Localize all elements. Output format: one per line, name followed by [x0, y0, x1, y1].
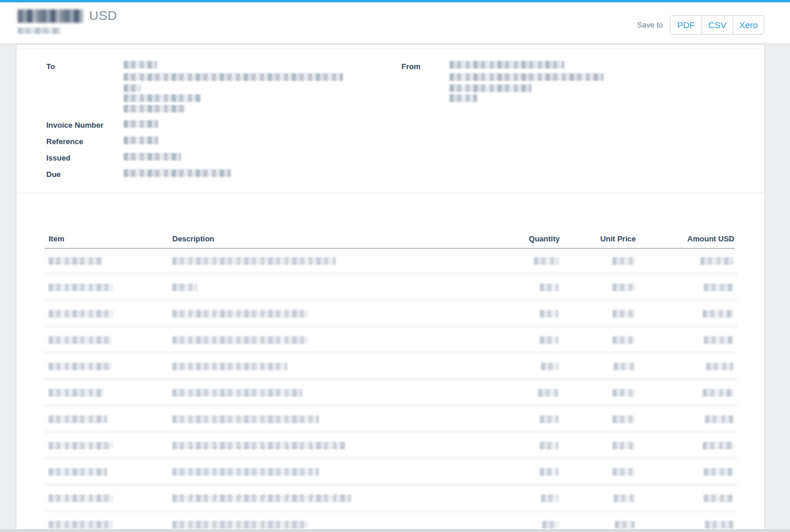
quantity-redacted [540, 415, 559, 423]
meta-value-redacted [124, 153, 181, 161]
cell-amount [636, 354, 734, 381]
quantity-redacted [540, 336, 559, 344]
description-redacted [172, 310, 308, 318]
cell-amount [636, 381, 734, 407]
save-pdf-button[interactable]: PDF [670, 16, 702, 34]
cell-quantity [489, 460, 560, 486]
cell-amount [636, 407, 734, 434]
table-row [45, 381, 735, 407]
horizontal-scrollbar[interactable] [0, 529, 790, 532]
table-row [45, 486, 735, 513]
cell-description [172, 275, 489, 302]
from-address-line-redacted [450, 94, 477, 102]
unit-price-redacted [612, 389, 635, 397]
to-address-line-redacted [124, 105, 185, 112]
item-redacted [49, 442, 113, 449]
to-label: To [46, 62, 55, 71]
description-redacted [172, 389, 302, 397]
cell-quantity [489, 354, 560, 381]
unit-price-redacted [612, 336, 635, 344]
cell-amount [636, 302, 734, 328]
quantity-redacted [540, 442, 559, 449]
description-redacted [172, 336, 308, 344]
quantity-redacted [540, 310, 559, 318]
cell-quantity [489, 486, 560, 513]
item-redacted [49, 284, 113, 291]
cell-description [172, 407, 489, 434]
cell-quantity [489, 249, 560, 275]
cell-item [45, 328, 172, 354]
to-address-line-redacted [124, 94, 201, 102]
cell-item [45, 434, 172, 460]
description-redacted [172, 521, 308, 528]
to-address-line-redacted [124, 84, 141, 92]
cell-quantity [489, 407, 560, 434]
save-xero-button[interactable]: Xero [733, 16, 764, 34]
amount-redacted [705, 415, 733, 423]
cell-description [172, 328, 489, 354]
item-redacted [49, 257, 103, 265]
amount-redacted [704, 284, 733, 291]
from-address-line-redacted [450, 73, 604, 81]
quantity-redacted [540, 284, 559, 291]
invoice-info-section: To From Invoice NumberReferenceIssuedDue [16, 45, 764, 193]
amount-redacted [703, 310, 733, 318]
table-body [45, 249, 735, 532]
cell-item [45, 302, 172, 328]
item-redacted [49, 495, 113, 502]
description-redacted [172, 442, 345, 449]
cell-unit-price [560, 354, 636, 381]
save-csv-button[interactable]: CSV [702, 16, 733, 34]
item-redacted [49, 468, 107, 476]
unit-price-redacted [612, 257, 635, 265]
to-address-line-redacted [124, 73, 343, 81]
table-row [45, 407, 735, 434]
table-row [45, 434, 735, 460]
description-redacted [172, 415, 319, 423]
column-header-description: Description [172, 234, 489, 248]
table-row [45, 302, 735, 328]
table-row [45, 354, 735, 381]
invoice-header: USD Save to PDF CSV Xero [0, 2, 790, 44]
cell-description [172, 434, 489, 460]
description-redacted [172, 363, 287, 370]
invoice-subtitle-redacted [18, 28, 60, 34]
cell-description [172, 460, 489, 486]
invoice-title-redacted [18, 9, 83, 23]
cell-item [45, 381, 172, 407]
cell-quantity [489, 381, 560, 407]
line-items-table: Item Description Quantity Unit Price Amo… [45, 234, 735, 532]
item-redacted [49, 363, 111, 370]
invoice-card: To From Invoice NumberReferenceIssuedDue… [16, 44, 765, 532]
cell-amount [636, 434, 734, 460]
cell-item [45, 249, 172, 275]
column-header-item: Item [45, 234, 172, 248]
cell-unit-price [560, 302, 636, 328]
unit-price-redacted [614, 495, 635, 502]
meta-label-issued: Issued [46, 154, 70, 162]
description-redacted [172, 468, 319, 476]
description-redacted [172, 495, 351, 502]
table-row [45, 328, 735, 354]
table-row [45, 249, 735, 275]
meta-label-due: Due [46, 170, 61, 179]
save-button-group: PDF CSV Xero [670, 15, 764, 35]
cell-unit-price [560, 460, 636, 486]
amount-redacted [704, 495, 733, 502]
cell-unit-price [560, 381, 636, 407]
to-address-line-redacted [124, 61, 157, 69]
meta-label-invoice-number: Invoice Number [46, 121, 104, 129]
item-redacted [49, 310, 113, 318]
save-to-label: Save to [637, 21, 663, 29]
cell-unit-price [560, 328, 636, 354]
cell-quantity [489, 302, 560, 328]
quantity-redacted [538, 389, 559, 397]
cell-item [45, 407, 172, 434]
cell-item [45, 486, 172, 513]
cell-amount [636, 460, 734, 486]
unit-price-redacted [612, 468, 635, 476]
column-header-quantity: Quantity [489, 234, 560, 248]
from-label: From [401, 62, 421, 71]
cell-description [172, 354, 489, 381]
cell-amount [636, 249, 734, 275]
